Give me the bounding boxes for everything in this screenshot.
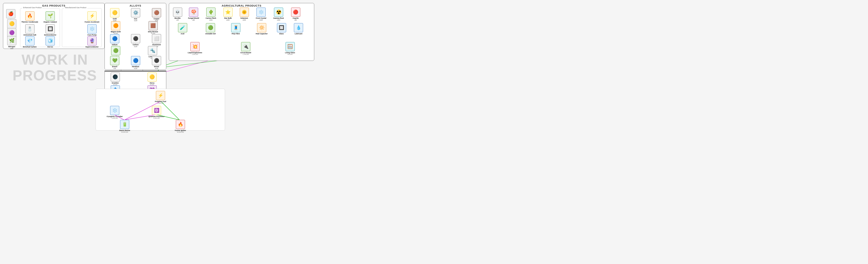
unstable-gel-node: 🟢 Unstable Gel: [203, 23, 218, 35]
semiconductor-label: Semiconductor: [44, 34, 56, 36]
sulphure-icon: 🟡: [7, 19, 16, 28]
aluminium-label: Aluminium: [152, 44, 161, 46]
wip-text: WORK IN PROGRESS: [10, 52, 99, 83]
main-container: GAS PRODUCTS 🍎 Carbon x25 🟡 Sulphure x26…: [0, 0, 868, 264]
lubricant-node: 💧 Lubricant: [290, 23, 306, 35]
nitrogen-icon: 🌿: [7, 36, 16, 45]
heat-cap-label: Heat Capacitor: [256, 33, 268, 35]
unstable-gel-icon: 🟢: [206, 23, 215, 32]
carbon-icon: 🍎: [6, 9, 16, 18]
cactus-flesh-node: 🌵 Cactus Flesh x200: [203, 7, 219, 21]
solanium-count: x200: [243, 19, 246, 21]
liquid-exp-label: Liquid Explosives: [188, 52, 202, 54]
superconductor-label: Superconductor: [86, 46, 99, 48]
freighter-fuel-icon: ⚡: [156, 91, 165, 100]
hendium-node: 🔵 Hendium x125: [128, 56, 144, 70]
stasis-device-label: Stasis Device: [119, 129, 130, 131]
cryo-chamber-icon: ❄️: [110, 106, 119, 115]
magno-price: 25,000: [114, 33, 118, 34]
grantine-label: Grantine: [112, 82, 119, 84]
frost-crystal-icon: ❄️: [256, 7, 266, 17]
stasis-device-icon: 🔋: [120, 120, 129, 129]
iron-label: Iron: [134, 18, 137, 20]
nitrogen-label: Nitrogen: [8, 46, 16, 48]
superconductor-node: 🔮 Superconductor: [83, 36, 101, 48]
dirty-bronze-label: Dirty Bronze: [148, 31, 158, 33]
gamma-root-icon: ☢️: [274, 7, 283, 17]
enriched-label: Enriched Carbon: [23, 46, 36, 48]
mordite-label: Mordite: [175, 17, 181, 19]
herca-icon: 🟡: [148, 72, 157, 82]
gas-products-section: GAS PRODUCTS 🍎 Carbon x25 🟡 Sulphure x26…: [3, 3, 104, 49]
superconductor-icon: 🔮: [87, 36, 97, 46]
thermic-icon: 🔥: [25, 11, 34, 21]
aronium-icon: 🟢: [111, 46, 120, 55]
fungal-mould-node: 🍄 Fungal Mould x60: [186, 7, 202, 21]
coprite-icon: 🔴: [291, 7, 300, 17]
enhanced-gas-sub: Enhanced Gas Product 🔥 Thermic Condensat…: [20, 8, 60, 47]
nickel-node: ⚫ Nickel x125: [149, 56, 164, 70]
circuit-board-node: 🔌 Circuit Board 1,140,000: [236, 42, 256, 55]
thermic-condensate-node: 🔥 Thermic Condensate: [21, 11, 38, 23]
solanium-label: Solanium: [240, 17, 248, 19]
liquid-exp-price: 1,000,000: [192, 54, 198, 55]
copper-node: 🟤 Copper x125: [149, 8, 164, 22]
emeril-label: Emeril: [112, 65, 117, 68]
fungal-count: x60: [192, 19, 195, 21]
aluminium-icon: ⬜: [152, 34, 161, 43]
gamma-root-count: x400: [277, 19, 280, 21]
agricultural-section: AGRICULTURAL PRODUCTS 💀 Mordite x25 🍄 Fu…: [169, 3, 314, 61]
organic-icon: 🌱: [45, 11, 55, 21]
fusion-acc-icon: ⚡: [87, 11, 97, 21]
ammonium-salt-node: 🧂 Ammonium Salt: [21, 24, 38, 36]
cryo-chamber-price: 4,000,000: [112, 117, 118, 119]
gas-products-title: GAS PRODUCTS: [3, 4, 104, 7]
cactus-count: x200: [209, 19, 213, 21]
acid-icon: 🧪: [178, 23, 187, 32]
unstable-gel-label: Unstable Gel: [205, 33, 216, 35]
gold-node: 🟡 Gold x125: [107, 8, 123, 22]
glass-label: Glass: [279, 33, 284, 35]
hendium-count: x125: [134, 68, 137, 70]
herca-node: 🟡 Herca 26,000: [144, 72, 160, 85]
hendium-icon: 🔵: [131, 56, 140, 65]
heat-capacitor-node: 🔆 Heat Capacitor: [253, 23, 271, 35]
semiconductor-node: 🔲 Semiconductor: [41, 24, 59, 36]
dirty-bronze-price: 34,000: [151, 33, 155, 34]
nickel-icon: ⚫: [152, 56, 161, 65]
stasis-device-node: 🔋 Stasis Device 16,000,000: [114, 120, 135, 133]
heat-cap-icon: 🔆: [257, 23, 266, 32]
mordite-node: 💀 Mordite x25: [170, 7, 185, 21]
liquid-exp-icon: 💥: [190, 42, 199, 51]
stasis-device-price: 16,000,000: [121, 131, 128, 133]
bottom-products-section: ⚡ Freighter Fuel 3,000,000 ❄️ Cryogenic …: [96, 89, 225, 131]
herca-label: Herca: [150, 82, 155, 84]
cryo-pump-node: ❄️ Cryo-Pump: [83, 24, 101, 36]
cactus-label: Cactus Flesh: [206, 17, 216, 19]
enriched-icon: 💎: [25, 36, 34, 46]
ammonium-label: Ammonium Salt: [23, 34, 36, 36]
iridium-node: 🔵 Iridium x125: [107, 34, 123, 48]
lubricant-icon: 💧: [294, 23, 303, 32]
ammonium-icon: 🧂: [25, 24, 34, 33]
gamma-root-label: Gamma Root: [273, 17, 284, 19]
frost-crystal-label: Frost Crystal: [256, 17, 266, 19]
fungal-icon: 🍄: [189, 7, 198, 17]
freighter-fuel-price: 3,000,000: [157, 103, 163, 104]
quantum-proc-price: 6,000,000: [153, 117, 159, 119]
organic-label: Organic Catalyst: [43, 21, 57, 23]
nitrogen-count: x260: [10, 48, 13, 49]
frost-crystal-node: ❄️ Frost Crystal x400: [253, 7, 269, 21]
manufactured-gas-sub: Manufactured Gas Product ⚡ Fusion Accele…: [62, 8, 102, 47]
thermic-label: Thermic Condensate: [21, 21, 38, 23]
nitrogen-node: 🌿 Nitrogen x260: [5, 36, 19, 49]
iron-icon: ⚙️: [131, 8, 140, 17]
iridium-icon: 🔵: [110, 34, 119, 43]
coprite-label: Coprite: [293, 17, 299, 19]
acid-label: Acid: [181, 33, 184, 35]
fusion-ignitor-icon: 🔥: [176, 120, 185, 129]
carbon2-count: x125: [134, 46, 137, 48]
hot-ice-icon: 🧊: [45, 36, 55, 46]
lemmium-icon: 🔩: [148, 46, 157, 55]
star-bulb-label: Star Bulb: [224, 17, 232, 19]
